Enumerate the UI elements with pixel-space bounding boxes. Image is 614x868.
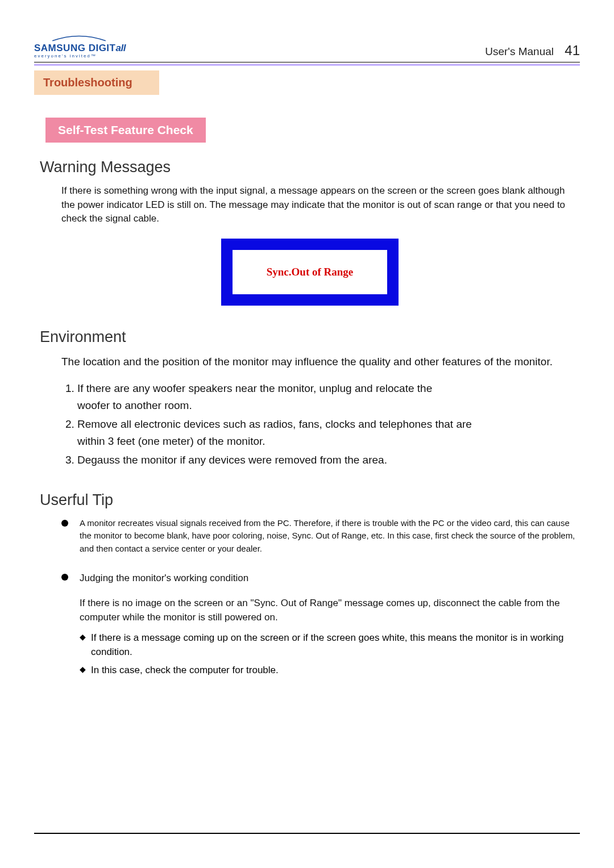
header-accent-rule — [34, 64, 580, 66]
tip-heading: Userful Tip — [40, 491, 580, 509]
environment-intro: The location and the position of the mon… — [61, 354, 580, 370]
environment-heading: Environment — [40, 328, 580, 346]
tip2-d1-row: ◆ If there is a message coming up on the… — [80, 631, 580, 660]
content: Warning Messages If there is something w… — [34, 158, 580, 677]
footer-rule — [34, 833, 580, 834]
warning-box-wrap: Sync.Out of Range — [40, 239, 580, 306]
warning-box-text: Sync.Out of Range — [267, 266, 354, 278]
tip2-sub: If there is no image on the screen or an… — [80, 596, 580, 678]
tip2-d2-row: ◆ In this case, check the computer for t… — [80, 663, 580, 678]
warning-heading: Warning Messages — [40, 158, 580, 176]
bullet-icon — [61, 520, 68, 527]
section-tab-row: Troubleshooting — [34, 70, 580, 95]
tip2-d2: In this case, check the computer for tro… — [91, 663, 279, 678]
logo-tagline: everyone's invited™ — [34, 54, 126, 59]
tip-item-2: Judging the monitor's working condition — [61, 571, 580, 586]
environment-list: If there are any woofer speakers near th… — [65, 380, 580, 468]
sub-tab: Self-Test Feature Check — [45, 118, 206, 143]
sub-tab-row: Self-Test Feature Check — [34, 95, 580, 143]
manual-page: SAMSUNG DIGITall everyone's invited™ Use… — [0, 0, 614, 868]
page-header: SAMSUNG DIGITall everyone's invited™ Use… — [34, 34, 580, 59]
logo-brand-c: all — [115, 43, 125, 53]
warning-box: Sync.Out of Range — [221, 239, 399, 306]
diamond-icon: ◆ — [80, 663, 88, 677]
tip2-d1: If there is a message coming up on the s… — [91, 631, 580, 660]
bullet-icon — [61, 574, 68, 581]
logo-arc-icon — [36, 35, 122, 41]
warning-body: If there is something wrong with the inp… — [61, 184, 580, 226]
environment-item-3: Degauss the monitor if any devices were … — [77, 452, 580, 468]
header-rule — [34, 62, 580, 62]
logo-brand-b: DIGIT — [89, 43, 116, 53]
section-tab: Troubleshooting — [34, 70, 159, 95]
tip1-text: A monitor recreates visual signals recei… — [80, 517, 580, 556]
brand-logo: SAMSUNG DIGITall everyone's invited™ — [34, 34, 126, 59]
tip2-body: If there is no image on the screen or an… — [80, 596, 580, 625]
environment-item-1: If there are any woofer speakers near th… — [77, 380, 441, 414]
tip-item-1: A monitor recreates visual signals recei… — [61, 517, 580, 556]
page-number: 41 — [565, 43, 580, 58]
header-right: User's Manual 41 — [485, 43, 580, 59]
environment-item-2: Remove all electronic devices such as ra… — [77, 416, 487, 449]
logo-brand-a: SAMSUNG — [34, 43, 89, 53]
logo-text: SAMSUNG DIGITall — [34, 43, 126, 53]
tip2-title: Judging the monitor's working condition — [80, 571, 248, 586]
diamond-icon: ◆ — [80, 631, 88, 644]
header-title: User's Manual — [485, 45, 554, 57]
